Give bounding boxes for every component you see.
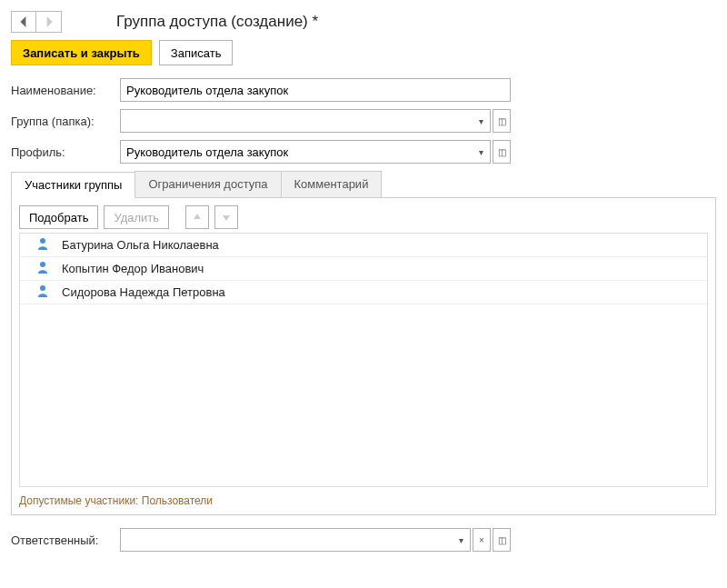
responsible-open-button[interactable]: ◫: [493, 528, 511, 552]
tabs: Участники группы Ограничения доступа Ком…: [11, 171, 716, 198]
responsible-dropdown-button[interactable]: ▾: [453, 528, 471, 552]
name-input[interactable]: [120, 78, 511, 102]
page-title: Группа доступа (создание) *: [116, 13, 318, 31]
members-list[interactable]: Батурина Ольга Николаевна Копытин Федор …: [19, 233, 708, 487]
profile-label: Профиль:: [11, 145, 120, 159]
list-item[interactable]: Сидорова Надежда Петровна: [20, 281, 707, 304]
member-name: Батурина Ольга Николаевна: [62, 238, 219, 252]
list-item[interactable]: Копытин Федор Иванович: [20, 257, 707, 281]
tab-members[interactable]: Участники группы: [11, 172, 135, 198]
member-name: Копытин Федор Иванович: [62, 262, 204, 275]
open-icon: ◫: [498, 147, 506, 157]
tab-restrictions[interactable]: Ограничения доступа: [134, 171, 281, 197]
arrow-left-icon: [18, 16, 29, 27]
name-label: Наименование:: [11, 84, 120, 97]
member-name: Сидорова Надежда Петровна: [62, 285, 225, 299]
allowed-participants-hint: Допустимые участники: Пользователи: [19, 494, 708, 507]
arrow-up-icon: [193, 213, 202, 222]
save-and-close-button[interactable]: Записать и закрыть: [11, 40, 152, 65]
nav-back-button[interactable]: [11, 11, 36, 33]
move-up-button[interactable]: [185, 205, 209, 229]
svg-point-1: [40, 262, 45, 267]
tab-comment[interactable]: Комментарий: [281, 171, 383, 197]
open-icon: ◫: [498, 116, 506, 126]
responsible-clear-button[interactable]: ×: [473, 528, 491, 552]
profile-dropdown-button[interactable]: ▾: [473, 140, 491, 164]
user-icon: [36, 284, 49, 300]
group-label: Группа (папка):: [11, 115, 120, 128]
group-input[interactable]: [120, 109, 473, 133]
move-down-button[interactable]: [214, 205, 238, 229]
save-button[interactable]: Записать: [159, 40, 234, 65]
clear-icon: ×: [479, 535, 484, 545]
responsible-label: Ответственный:: [11, 533, 120, 547]
svg-point-0: [40, 238, 45, 244]
profile-input[interactable]: [120, 140, 473, 164]
group-dropdown-button[interactable]: ▾: [473, 109, 491, 133]
user-icon: [36, 261, 49, 276]
profile-open-button[interactable]: ◫: [493, 140, 511, 164]
responsible-input[interactable]: [120, 528, 453, 552]
pick-button[interactable]: Подобрать: [19, 205, 98, 229]
open-icon: ◫: [498, 535, 506, 545]
nav-forward-button[interactable]: [36, 11, 62, 33]
arrow-right-icon: [44, 16, 55, 27]
svg-point-2: [40, 285, 45, 291]
arrow-down-icon: [222, 213, 231, 222]
delete-button[interactable]: Удалить: [104, 205, 169, 229]
group-open-button[interactable]: ◫: [493, 109, 511, 133]
user-icon: [36, 237, 49, 253]
list-item[interactable]: Батурина Ольга Николаевна: [20, 234, 707, 257]
